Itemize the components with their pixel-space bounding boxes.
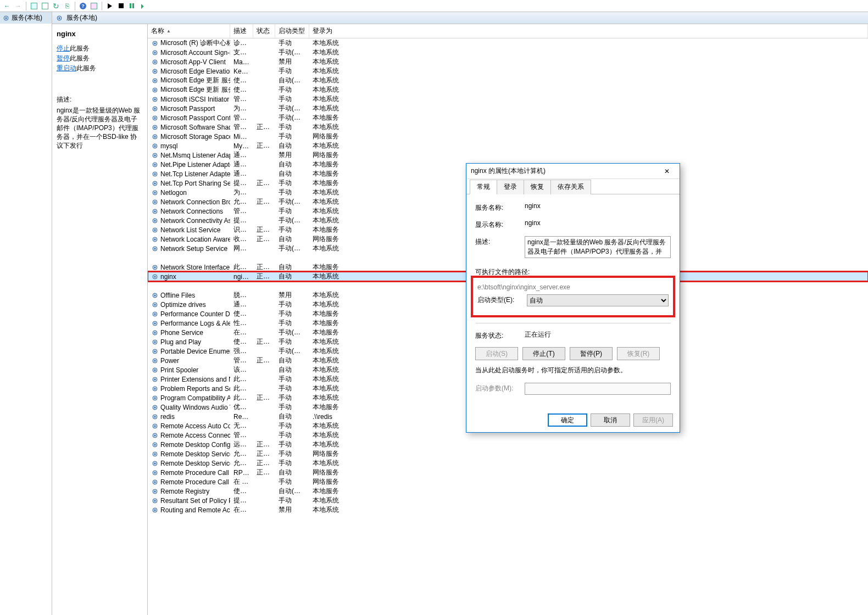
col-desc[interactable]: 描述 bbox=[230, 24, 253, 38]
service-status: 正在... bbox=[253, 197, 275, 206]
service-row[interactable]: Remote Procedure Call (...在 W...手动网络服务 bbox=[148, 477, 868, 487]
cancel-button[interactable]: 取消 bbox=[591, 413, 630, 427]
stop-link[interactable]: 停止 bbox=[57, 44, 70, 52]
toolbar-button[interactable] bbox=[89, 1, 99, 11]
service-row[interactable]: Remote Procedure Call (...RPC...正在...自动网… bbox=[148, 468, 868, 477]
service-name: Remote Access Connecti... bbox=[160, 432, 230, 439]
service-desc: 管理... bbox=[230, 206, 253, 216]
restart-icon bbox=[140, 2, 146, 10]
service-starttype: 手动 bbox=[275, 38, 309, 48]
service-icon bbox=[151, 236, 159, 243]
service-icon bbox=[151, 441, 159, 449]
service-logon: 本地系统 bbox=[309, 66, 868, 76]
service-desc: 网络... bbox=[230, 244, 253, 253]
pause-service-button[interactable] bbox=[127, 1, 137, 11]
service-name: Microsoft App-V Client bbox=[160, 58, 226, 66]
services-icon bbox=[2, 14, 10, 22]
desc-text: nginx是一款轻量级的Web 服务器/反向代理服务器及电子邮件（IMAP/PO… bbox=[57, 106, 143, 150]
service-starttype: 手动 bbox=[275, 374, 309, 384]
service-name: Phone Service bbox=[160, 329, 203, 337]
service-status: 正在... bbox=[253, 356, 275, 365]
starttype-select[interactable]: 自动 bbox=[527, 294, 669, 306]
service-starttype: 手动(触发... bbox=[275, 244, 309, 253]
service-name: Performance Counter DL... bbox=[160, 310, 230, 318]
pause-link[interactable]: 暂停 bbox=[57, 54, 70, 62]
service-name: Resultant Set of Policy Pr... bbox=[160, 497, 230, 505]
help-button[interactable]: ? bbox=[78, 1, 88, 11]
stop-service-button[interactable] bbox=[116, 1, 126, 11]
services-icon bbox=[55, 14, 63, 22]
tab-general[interactable]: 常规 bbox=[470, 180, 497, 194]
service-desc: 使你... bbox=[230, 85, 253, 94]
col-status[interactable]: 状态 bbox=[253, 24, 275, 38]
tab-logon[interactable]: 登录 bbox=[497, 180, 524, 194]
service-logon: 本地服务 bbox=[309, 113, 868, 122]
col-starttype[interactable]: 启动类型 bbox=[275, 24, 309, 38]
service-name: Performance Logs & Aler... bbox=[160, 320, 230, 327]
service-name: Portable Device Enumera... bbox=[160, 348, 230, 355]
service-row[interactable]: Microsoft Storage Space...Micr...手动网络服务 bbox=[148, 132, 868, 141]
service-icon bbox=[151, 422, 159, 430]
service-desc: 强制... bbox=[230, 346, 253, 356]
service-row[interactable]: Microsoft Passport Cont...管理...手动(触发...本… bbox=[148, 113, 868, 122]
service-row[interactable]: Resultant Set of Policy Pr...提供...手动本地系统 bbox=[148, 496, 868, 505]
show-hide-tree-button[interactable] bbox=[29, 1, 39, 11]
service-starttype: 自动 bbox=[275, 468, 309, 477]
service-row[interactable]: Microsoft Edge 更新 服务...使你...自动(延迟...本地系统 bbox=[148, 76, 868, 85]
detail-panel: nginx 停止此服务 暂停此服务 重启动此服务 描述: nginx是一款轻量级… bbox=[52, 24, 148, 615]
forward-button[interactable] bbox=[13, 1, 23, 11]
service-desc: RPC... bbox=[230, 469, 253, 477]
service-row[interactable]: Remote Desktop Services允许...正在...手动网络服务 bbox=[148, 449, 868, 459]
stop-button[interactable]: 停止(T) bbox=[522, 347, 565, 360]
service-row[interactable]: Microsoft Edge 更新 服务...使你...手动本地系统 bbox=[148, 85, 868, 94]
service-row[interactable]: Net.Msmq Listener Adap...通过...禁用网络服务 bbox=[148, 150, 868, 160]
properties-button[interactable] bbox=[40, 1, 50, 11]
service-row[interactable]: Remote Desktop Configu...远程...正在...手动本地系… bbox=[148, 440, 868, 449]
disp-name-value: nginx bbox=[525, 219, 671, 227]
back-button[interactable] bbox=[2, 1, 12, 11]
service-row[interactable]: Microsoft Edge Elevation...Kee...手动本地系统 bbox=[148, 66, 868, 76]
service-desc: 使你... bbox=[230, 76, 253, 85]
service-starttype: 手动(触发... bbox=[275, 104, 309, 113]
col-name[interactable]: 名称▲ bbox=[148, 24, 230, 38]
service-row[interactable]: Routing and Remote Acc...在局...禁用本地系统 bbox=[148, 505, 868, 515]
export-button[interactable] bbox=[62, 1, 72, 11]
service-desc: Micr... bbox=[230, 133, 253, 141]
service-icon bbox=[151, 450, 159, 458]
close-button[interactable]: ✕ bbox=[659, 166, 675, 177]
refresh-button[interactable] bbox=[51, 1, 61, 11]
toolbar: ? bbox=[0, 0, 868, 12]
service-icon bbox=[151, 404, 159, 411]
desc-textarea[interactable]: nginx是一款轻量级的Web 服务器/反向代理服务器及电子邮件（IMAP/PO… bbox=[525, 236, 671, 258]
dialog-titlebar[interactable]: nginx 的属性(本地计算机) ✕ bbox=[466, 164, 680, 179]
service-row[interactable]: Microsoft App-V ClientMan...禁用本地系统 bbox=[148, 57, 868, 66]
service-desc: 此服... bbox=[230, 393, 253, 402]
service-starttype: 手动 bbox=[275, 449, 309, 459]
service-icon bbox=[151, 96, 159, 103]
service-row[interactable]: Remote Registry使远...自动(触发...本地服务 bbox=[148, 487, 868, 496]
start-params-note: 当从此处启动服务时，你可指定所适用的启动参数。 bbox=[475, 366, 671, 375]
service-starttype: 禁用 bbox=[275, 290, 309, 300]
col-logon[interactable]: 登录为 bbox=[309, 24, 868, 38]
service-starttype: 手动 bbox=[275, 477, 309, 487]
service-desc: Kee... bbox=[230, 68, 253, 75]
restart-service-button[interactable] bbox=[138, 1, 148, 11]
service-row[interactable]: Remote Desktop Service...允许...正在...手动本地系… bbox=[148, 459, 868, 468]
tree-item-services-local[interactable]: 服务(本地) bbox=[0, 12, 52, 24]
tab-recovery[interactable]: 恢复 bbox=[524, 180, 551, 194]
tab-dependencies[interactable]: 依存关系 bbox=[550, 180, 591, 194]
service-row[interactable]: mysqlMyS...正在...自动本地系统 bbox=[148, 141, 868, 150]
restart-link[interactable]: 重启动 bbox=[57, 64, 76, 72]
service-icon bbox=[151, 245, 159, 253]
service-desc: 允许 ... bbox=[230, 197, 253, 206]
service-row[interactable]: Microsoft (R) 诊断中心标...诊断...手动本地系统 bbox=[148, 38, 868, 48]
service-row[interactable]: Microsoft Passport为用...手动(触发...本地系统 bbox=[148, 104, 868, 113]
start-service-button[interactable] bbox=[105, 1, 115, 11]
service-icon bbox=[151, 366, 159, 374]
service-row[interactable]: Microsoft Software Shad...管理...正在...手动本地… bbox=[148, 122, 868, 132]
pause-button[interactable]: 暂停(P) bbox=[570, 347, 613, 360]
service-row[interactable]: Microsoft Account Sign-i...支持...手动(触发...… bbox=[148, 48, 868, 57]
service-row[interactable]: Microsoft iSCSI Initiator ...管理...手动本地系统 bbox=[148, 94, 868, 104]
ok-button[interactable]: 确定 bbox=[548, 413, 587, 427]
stop-icon bbox=[119, 3, 124, 8]
